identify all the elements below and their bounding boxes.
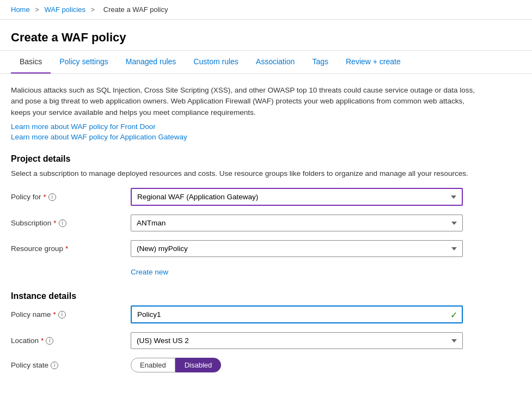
tab-managed-rules[interactable]: Managed rules	[117, 51, 185, 74]
tab-review-create[interactable]: Review + create	[337, 51, 409, 74]
location-required: *	[41, 337, 44, 345]
tab-policy-settings[interactable]: Policy settings	[51, 51, 117, 74]
location-select[interactable]: (US) West US 2	[131, 332, 463, 349]
policy-state-label: Policy state i	[11, 361, 131, 369]
subscription-required: *	[53, 219, 56, 227]
link-appgateway[interactable]: Learn more about WAF policy for Applicat…	[11, 133, 521, 141]
policy-name-input-wrapper: ✓	[131, 305, 463, 323]
breadcrumb-sep-1: >	[35, 5, 39, 14]
tab-association[interactable]: Association	[247, 51, 304, 74]
toggle-enabled-button[interactable]: Enabled	[131, 358, 175, 372]
policy-name-info-icon[interactable]: i	[58, 311, 66, 319]
resource-group-control: (New) myPolicy	[131, 240, 463, 257]
location-info-icon[interactable]: i	[46, 337, 53, 345]
content-area: Malicious attacks such as SQL Injection,…	[0, 74, 532, 392]
tab-basics[interactable]: Basics	[11, 51, 51, 74]
tabs-list: Basics Policy settings Managed rules Cus…	[11, 51, 521, 74]
page-container: Home > WAF policies > Create a WAF polic…	[0, 0, 532, 392]
policy-name-input[interactable]	[131, 305, 463, 323]
policy-for-required: *	[44, 193, 46, 201]
policy-name-row: Policy name * i ✓	[11, 305, 521, 323]
breadcrumb-home[interactable]: Home	[11, 5, 30, 14]
location-label: Location * i	[11, 337, 131, 345]
description-text: Malicious attacks such as SQL Injection,…	[11, 85, 479, 118]
subscription-row: Subscription * i ANTman	[11, 215, 521, 231]
policy-for-label: Policy for * i	[11, 193, 131, 201]
create-new-link[interactable]: Create new	[131, 268, 168, 276]
resource-group-required: *	[65, 244, 68, 253]
location-row: Location * i (US) West US 2	[11, 332, 521, 349]
breadcrumb: Home > WAF policies > Create a WAF polic…	[0, 0, 532, 20]
subscription-select[interactable]: ANTman	[131, 215, 463, 231]
policy-name-control: ✓	[131, 305, 463, 323]
policy-state-toggle: Enabled Disabled	[131, 358, 221, 372]
breadcrumb-current: Create a WAF policy	[103, 5, 168, 14]
page-header: Create a WAF policy	[0, 20, 532, 51]
instance-details-title: Instance details	[11, 291, 521, 301]
project-details-description: Select a subscription to manage deployed…	[11, 168, 479, 179]
policy-for-row: Policy for * i Regional WAF (Application…	[11, 188, 521, 206]
tab-custom-rules[interactable]: Custom rules	[185, 51, 247, 74]
resource-group-row: Resource group * (New) myPolicy	[11, 240, 521, 257]
subscription-info-icon[interactable]: i	[59, 219, 66, 227]
policy-name-check-icon: ✓	[450, 309, 457, 320]
location-control: (US) West US 2	[131, 332, 463, 349]
policy-name-required: *	[53, 310, 56, 319]
resource-group-select[interactable]: (New) myPolicy	[131, 240, 463, 257]
subscription-label: Subscription * i	[11, 219, 131, 227]
resource-group-label: Resource group *	[11, 244, 131, 253]
tab-tags[interactable]: Tags	[303, 51, 337, 74]
policy-for-control: Regional WAF (Application Gateway)	[131, 188, 463, 206]
policy-name-label: Policy name * i	[11, 310, 131, 319]
policy-state-row: Policy state i Enabled Disabled	[11, 358, 521, 372]
page-title: Create a WAF policy	[11, 30, 521, 45]
breadcrumb-waf-policies[interactable]: WAF policies	[45, 5, 85, 14]
subscription-control: ANTman	[131, 215, 463, 231]
project-details-title: Project details	[11, 154, 521, 164]
tabs-container: Basics Policy settings Managed rules Cus…	[0, 51, 532, 74]
policy-for-info-icon[interactable]: i	[48, 193, 56, 201]
toggle-disabled-button[interactable]: Disabled	[175, 358, 222, 372]
policy-state-info-icon[interactable]: i	[51, 362, 58, 369]
breadcrumb-sep-2: >	[91, 5, 95, 14]
link-frontdoor[interactable]: Learn more about WAF policy for Front Do…	[11, 123, 521, 131]
policy-for-select[interactable]: Regional WAF (Application Gateway)	[131, 188, 463, 206]
